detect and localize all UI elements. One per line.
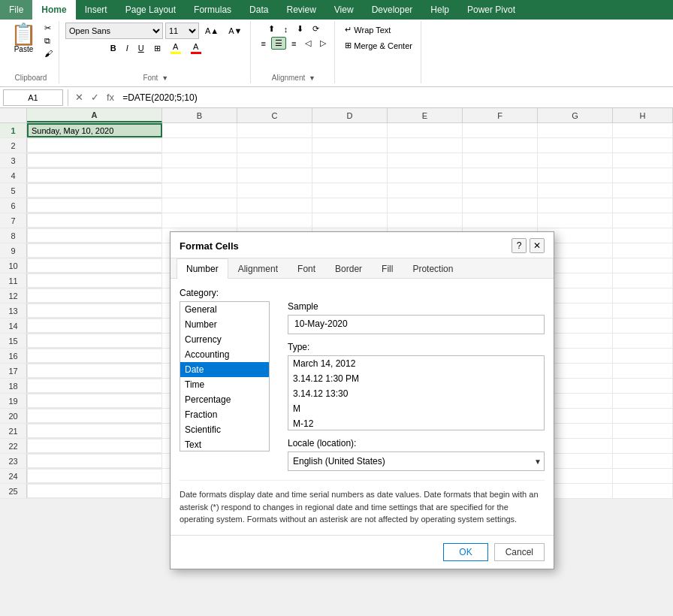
- cell-b5[interactable]: [162, 183, 237, 198]
- cell-a23[interactable]: [27, 454, 162, 468]
- row-num-15[interactable]: 15: [0, 334, 27, 348]
- font-family-select[interactable]: Open Sans: [65, 23, 163, 39]
- row-num-2[interactable]: 2: [0, 138, 27, 152]
- col-header-a[interactable]: A: [27, 108, 162, 122]
- dialog-close-button[interactable]: ✕: [530, 238, 545, 253]
- cell-g5[interactable]: [538, 183, 613, 198]
- row-num-25[interactable]: 25: [0, 484, 27, 498]
- cell-e1[interactable]: [388, 123, 463, 137]
- cell-h19[interactable]: [613, 394, 673, 408]
- cell-h5[interactable]: [613, 183, 673, 198]
- cat-general[interactable]: General: [180, 302, 269, 317]
- cell-c3[interactable]: [237, 153, 312, 168]
- decrease-font-button[interactable]: A▼: [225, 25, 246, 37]
- dialog-tab-border[interactable]: Border: [325, 258, 372, 279]
- cell-h8[interactable]: [613, 228, 673, 243]
- tab-insert[interactable]: Insert: [76, 0, 116, 20]
- cell-d3[interactable]: [312, 153, 388, 168]
- cell-d2[interactable]: [312, 138, 388, 152]
- cell-h4[interactable]: [613, 168, 673, 183]
- row-num-7[interactable]: 7: [0, 213, 27, 228]
- cell-c5[interactable]: [237, 183, 312, 198]
- cell-f1[interactable]: [463, 123, 538, 137]
- cell-h2[interactable]: [613, 138, 673, 152]
- cell-a5[interactable]: [27, 183, 162, 198]
- row-num-19[interactable]: 19: [0, 394, 27, 408]
- dialog-help-button[interactable]: ?: [512, 238, 527, 253]
- cell-a7[interactable]: [27, 213, 162, 228]
- row-num-17[interactable]: 17: [0, 364, 27, 378]
- cell-f5[interactable]: [463, 183, 538, 198]
- fill-color-button[interactable]: A: [167, 41, 185, 56]
- cell-h24[interactable]: [613, 469, 673, 483]
- cell-h21[interactable]: [613, 424, 673, 438]
- tab-file[interactable]: File: [0, 0, 32, 20]
- cell-a25[interactable]: [27, 484, 162, 498]
- cell-h12[interactable]: [613, 288, 673, 303]
- cell-f3[interactable]: [463, 153, 538, 168]
- cell-h13[interactable]: [613, 303, 673, 318]
- cell-f2[interactable]: [463, 138, 538, 152]
- cell-g3[interactable]: [538, 153, 613, 168]
- cell-d5[interactable]: [312, 183, 388, 198]
- cut-button[interactable]: ✂: [43, 23, 54, 34]
- cell-a12[interactable]: [27, 288, 162, 303]
- middle-align-button[interactable]: ↕: [280, 23, 292, 35]
- row-num-4[interactable]: 4: [0, 168, 27, 183]
- align-left-button[interactable]: ≡: [257, 37, 269, 50]
- cell-e6[interactable]: [388, 198, 463, 213]
- cell-a13[interactable]: [27, 303, 162, 318]
- row-num-1[interactable]: 1: [0, 123, 27, 137]
- tab-power-pivot[interactable]: Power Pivot: [458, 0, 524, 20]
- tab-data[interactable]: Data: [240, 0, 277, 20]
- type-m-12[interactable]: M-12: [288, 416, 544, 430]
- cell-a10[interactable]: [27, 258, 162, 273]
- col-header-e[interactable]: E: [388, 108, 463, 122]
- top-align-button[interactable]: ⬆: [264, 23, 279, 35]
- cell-e7[interactable]: [388, 213, 463, 228]
- cell-e2[interactable]: [388, 138, 463, 152]
- cell-a11[interactable]: [27, 273, 162, 288]
- tab-view[interactable]: View: [325, 0, 363, 20]
- cell-a20[interactable]: [27, 409, 162, 423]
- cell-h25[interactable]: [613, 484, 673, 498]
- cell-a17[interactable]: [27, 364, 162, 378]
- cell-h22[interactable]: [613, 439, 673, 453]
- cell-b1[interactable]: [162, 123, 237, 137]
- cat-date[interactable]: Date: [180, 362, 269, 377]
- row-num-24[interactable]: 24: [0, 469, 27, 483]
- col-header-h[interactable]: H: [613, 108, 673, 122]
- merge-center-button[interactable]: ⊞ Merge & Center: [341, 38, 416, 53]
- row-num-12[interactable]: 12: [0, 288, 27, 303]
- cell-h3[interactable]: [613, 153, 673, 168]
- indent-increase-button[interactable]: ▷: [316, 37, 330, 50]
- cell-c6[interactable]: [237, 198, 312, 213]
- cell-d4[interactable]: [312, 168, 388, 183]
- dialog-tab-fill[interactable]: Fill: [372, 258, 403, 279]
- row-num-5[interactable]: 5: [0, 183, 27, 198]
- dialog-tab-number[interactable]: Number: [177, 258, 228, 279]
- cell-h20[interactable]: [613, 409, 673, 423]
- cell-e5[interactable]: [388, 183, 463, 198]
- col-header-b[interactable]: B: [162, 108, 237, 122]
- row-num-23[interactable]: 23: [0, 454, 27, 468]
- confirm-formula-button[interactable]: ✓: [89, 89, 101, 105]
- cell-g4[interactable]: [538, 168, 613, 183]
- underline-button[interactable]: U: [134, 42, 148, 54]
- alignment-expand-button[interactable]: ▼: [309, 74, 315, 82]
- tab-help[interactable]: Help: [421, 0, 458, 20]
- cell-h9[interactable]: [613, 243, 673, 258]
- tab-formulas[interactable]: Formulas: [185, 0, 240, 20]
- cell-g6[interactable]: [538, 198, 613, 213]
- align-center-button[interactable]: ☰: [271, 37, 286, 50]
- paste-button[interactable]: 📋 Paste: [8, 23, 40, 55]
- row-num-16[interactable]: 16: [0, 349, 27, 363]
- increase-font-button[interactable]: A▲: [201, 25, 222, 37]
- cat-fraction[interactable]: Fraction: [180, 407, 269, 422]
- tab-developer[interactable]: Developer: [363, 0, 422, 20]
- cell-h1[interactable]: [613, 123, 673, 137]
- cat-text[interactable]: Text: [180, 437, 269, 451]
- col-header-c[interactable]: C: [237, 108, 312, 122]
- bottom-align-button[interactable]: ⬇: [293, 23, 307, 35]
- orientation-button[interactable]: ⟳: [309, 23, 323, 35]
